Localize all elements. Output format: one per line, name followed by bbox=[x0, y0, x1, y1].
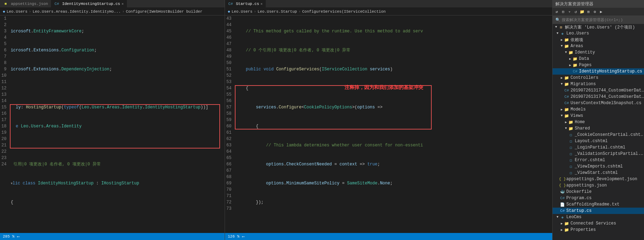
folder-icon: 📁 bbox=[564, 38, 569, 42]
open-folder-btn[interactable]: 📁 bbox=[579, 9, 585, 14]
left-code-lines: icrosoft.EntityFrameworkCore; icrosoft.E… bbox=[9, 15, 225, 233]
tree-item-label: Dockerfile bbox=[566, 189, 644, 194]
tree-item-views[interactable]: ▼ 📁 Views bbox=[553, 113, 644, 119]
project-icon: ◆ bbox=[228, 9, 230, 14]
tree-item-areas[interactable]: ▼ 📁 Areas bbox=[553, 43, 644, 49]
tree-item-label: appsettings.Development.json bbox=[566, 177, 644, 182]
tree-item-loginpartial[interactable]: ◻ _LoginPartial.cshtml bbox=[553, 144, 644, 151]
cs-file-icon: C# bbox=[572, 69, 578, 74]
tree-item-label: _ValidationScriptsPartial.cshtml bbox=[575, 151, 644, 156]
project-label: Leo.Users bbox=[7, 10, 27, 14]
code-line bbox=[11, 85, 223, 91]
code-line: icrosoft.Extensions.Configuration; bbox=[11, 47, 223, 53]
right-breadcrumb: ◆ Leo.Users › Leo.Users.Startup › Config… bbox=[225, 8, 552, 15]
tree-item-properties[interactable]: ▶ 📁 Properties bbox=[553, 227, 644, 233]
expand-icon: ▶ bbox=[568, 63, 572, 67]
tree-solution[interactable]: ▼ ⊞ 解决方案 'Leo.Users' (2个项目) bbox=[553, 24, 644, 30]
right-status-bar: 126 % ⟵ bbox=[225, 233, 552, 240]
properties-btn[interactable]: ⚙ bbox=[592, 9, 598, 14]
tree-item-migration2[interactable]: C# 20190726131744_CustomUserData.Desig..… bbox=[553, 94, 644, 100]
code-line: icrosoft.Extensions.DependencyInjection; bbox=[11, 66, 223, 72]
tree-item-scaffolding[interactable]: 📄 ScaffoldingReadme.txt bbox=[553, 201, 644, 208]
folder-icon: 📁 bbox=[564, 82, 569, 87]
project-icon: ◆ bbox=[3, 9, 5, 14]
cshtml-icon: ◻ bbox=[568, 171, 574, 175]
expand-icon: ▼ bbox=[555, 32, 560, 35]
scroll-indicator: ⟵ bbox=[17, 234, 20, 239]
method-label: Configure(IWebHostBuilder builder bbox=[126, 10, 202, 14]
search-icon: 🔍 bbox=[555, 18, 560, 22]
tree-item-shared[interactable]: ▼ 📁 Shared bbox=[553, 125, 644, 132]
tab-appsettings[interactable]: ■ appsettings.json bbox=[0, 0, 51, 7]
tree-item-label: Areas bbox=[571, 44, 644, 49]
sync-btn[interactable]: ⇄ bbox=[554, 9, 560, 14]
tab-identityhosting[interactable]: C# IdentityHostingStartup.cs ✕ bbox=[51, 0, 127, 7]
preview-btn[interactable]: ▶ bbox=[598, 9, 604, 14]
tree-item-label: appsettings.json bbox=[566, 183, 644, 188]
tree-item-cookieconsent[interactable]: ◻ _CookieConsentPartial.cshtml bbox=[553, 132, 644, 138]
code-line bbox=[236, 218, 551, 225]
cs-file-icon: C# bbox=[564, 88, 569, 93]
tree-item-leocms[interactable]: ▼ ◈ LeoCms bbox=[553, 214, 644, 220]
collapse-btn[interactable]: ⊟ bbox=[560, 9, 566, 14]
refresh-btn[interactable]: ↺ bbox=[573, 9, 579, 14]
left-code-area[interactable]: 1 2 3 4 5 6 7 8 9 10 11 12 13 14 bbox=[0, 15, 225, 233]
tree-item-snapshot[interactable]: C# UsersContextModelSnapshot.cs bbox=[553, 100, 644, 106]
tree-item-migrations[interactable]: ▼ 📁 Migrations bbox=[553, 81, 644, 87]
tree-item-label: Shared bbox=[575, 126, 644, 131]
tree-item-appsettings-dev[interactable]: { } appsettings.Development.json bbox=[553, 176, 644, 182]
tree-item-label: Connected Services bbox=[571, 221, 644, 226]
filter-btn[interactable]: ▿ bbox=[567, 9, 572, 14]
show-all-btn[interactable]: ⊞ bbox=[586, 9, 591, 14]
tree-item-label: Controllers bbox=[571, 75, 644, 80]
tree-item-label: Leo.Users bbox=[566, 31, 644, 36]
expand-icon: ▶ bbox=[560, 38, 564, 42]
expand-icon: ▶ bbox=[568, 57, 572, 61]
separator2: › bbox=[298, 10, 301, 14]
docker-icon: 🐳 bbox=[560, 190, 565, 194]
tree-item-data[interactable]: ▶ 📁 Data bbox=[553, 56, 644, 62]
tree-item-validationscripts[interactable]: ◻ _ValidationScriptsPartial.cshtml bbox=[553, 151, 644, 157]
tree-item-viewimports[interactable]: ◻ _ViewImports.cshtml bbox=[553, 163, 644, 170]
tree-item-pages[interactable]: ▶ 📁 Pages bbox=[553, 62, 644, 68]
tree-item-label: 20190726131744_CustomUserData.cs bbox=[571, 88, 644, 93]
tab-startup[interactable]: C# Startup.cs ✕ bbox=[225, 0, 266, 7]
tree-item-connected-services[interactable]: ▶ 📁 Connected Services bbox=[553, 220, 644, 227]
tree-item-home[interactable]: ▶ 📁 Home bbox=[553, 119, 644, 125]
code-line: options.MinimumSameSitePolicy = SameSite… bbox=[236, 180, 551, 187]
tree-item-program[interactable]: C# Program.cs bbox=[553, 195, 644, 201]
project-icon: ◈ bbox=[560, 31, 565, 36]
main-content: ■ appsettings.json C# IdentityHostingSta… bbox=[0, 0, 644, 240]
tree-item-viewstart[interactable]: ◻ _ViewStart.cshtml bbox=[553, 170, 644, 176]
tree-item-migration1[interactable]: C# 20190726131744_CustomUserData.cs bbox=[553, 87, 644, 94]
tree-item-error[interactable]: ◻ Error.cshtml bbox=[553, 157, 644, 163]
code-line: icrosoft.EntityFrameworkCore; bbox=[11, 28, 223, 34]
tree-project-leousers[interactable]: ▼ ◈ Leo.Users bbox=[553, 30, 644, 37]
folder-icon: 📁 bbox=[568, 126, 574, 131]
expand-icon: ▼ bbox=[554, 25, 558, 29]
folder-icon: 📁 bbox=[572, 63, 578, 68]
tree-item-layout[interactable]: ◻ Layout.cshtml bbox=[553, 138, 644, 144]
close-icon[interactable]: ✕ bbox=[260, 2, 263, 6]
right-code-area[interactable]: 43 44 45 46 47 48 49 50 51 52 53 54 55 5… bbox=[225, 15, 552, 233]
tree-item-identityhosting[interactable]: C# IdentityHostingStartup.cs bbox=[553, 68, 644, 75]
expand-icon: ▼ bbox=[560, 82, 564, 86]
tree-item-label: 20190726131744_CustomUserData.Desig... bbox=[571, 94, 644, 99]
json-icon: { } bbox=[560, 177, 565, 181]
tree-item-label: ScaffoldingReadme.txt bbox=[566, 202, 644, 207]
tree-item-controllers[interactable]: ▶ 📁 Controllers bbox=[553, 75, 644, 81]
folder-icon: 📁 bbox=[572, 57, 578, 61]
code-line: 引用|0 项更改|0 名作者, 0 项更改|0 异常 bbox=[11, 161, 223, 168]
expand-icon: ▼ bbox=[564, 127, 568, 130]
tree-item-label: Layout.cshtml bbox=[575, 139, 644, 144]
tree-item-appsettings[interactable]: { } appsettings.json bbox=[553, 182, 644, 189]
close-icon[interactable]: ✕ bbox=[122, 2, 124, 6]
tree-item-startup[interactable]: C# Startup.cs bbox=[553, 208, 644, 214]
cs-icon: C# bbox=[54, 2, 60, 6]
cshtml-icon: ◻ bbox=[568, 145, 574, 150]
tree-item-models[interactable]: ▶ 📁 Models bbox=[553, 106, 644, 113]
tree-item-dependencies[interactable]: ▶ 📁 依赖项 bbox=[553, 37, 644, 43]
tree-item-dockerfile[interactable]: 🐳 Dockerfile bbox=[553, 189, 644, 195]
se-toolbar: ⇄ ⊟ ▿ ↺ 📁 ⊞ ⚙ ▶ bbox=[553, 8, 644, 15]
tree-item-identity[interactable]: ▼ 📁 Identity bbox=[553, 49, 644, 56]
